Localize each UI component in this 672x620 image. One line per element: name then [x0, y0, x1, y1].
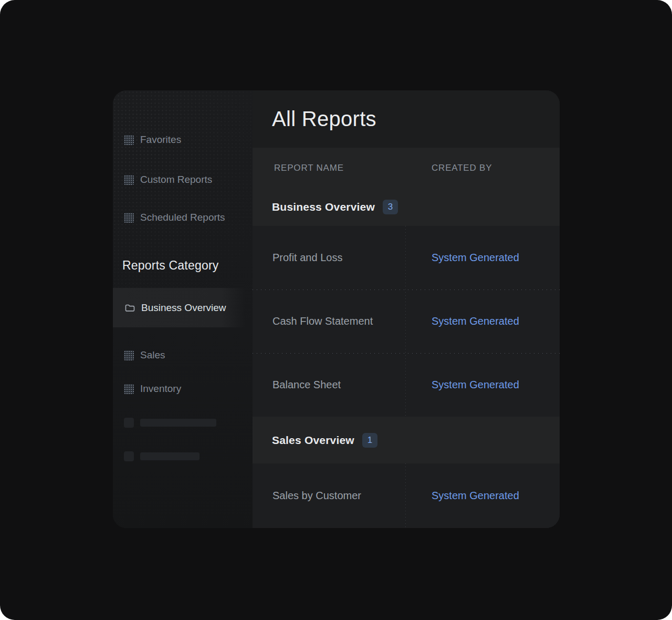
report-name-link[interactable]: Profit and Loss — [272, 252, 342, 263]
report-name-link[interactable]: Sales by Customer — [272, 490, 361, 501]
skeleton-icon — [124, 418, 134, 428]
column-header-created-by: CREATED BY — [432, 163, 492, 173]
group-row-business-overview[interactable]: Business Overview 3 — [253, 188, 560, 226]
scheduled-reports-icon — [124, 213, 134, 223]
custom-reports-icon — [124, 175, 134, 185]
table-row[interactable]: Sales by Customer System Generated — [253, 463, 560, 528]
page-title: All Reports — [272, 107, 376, 131]
created-by-value: System Generated — [432, 252, 519, 263]
sidebar-item-label: Scheduled Reports — [140, 212, 225, 223]
table-header-row: REPORT NAME CREATED BY — [253, 148, 560, 188]
folder-icon — [124, 303, 135, 313]
group-name: Sales Overview — [272, 434, 354, 447]
group-count-badge: 3 — [383, 200, 398, 214]
sidebar-item-label: Custom Reports — [140, 174, 212, 185]
report-name-link[interactable]: Balance Sheet — [272, 379, 341, 390]
table-row[interactable]: Balance Sheet System Generated — [253, 353, 560, 417]
sidebar-skeleton-row — [113, 451, 253, 461]
table-row[interactable]: Profit and Loss System Generated — [253, 226, 560, 290]
sidebar-item-sales[interactable]: Sales — [113, 349, 253, 361]
favorites-icon — [124, 135, 134, 145]
reports-category-heading: Reports Category — [122, 259, 218, 273]
sidebar-item-business-overview[interactable]: Business Overview — [113, 288, 245, 327]
report-rows-business-overview: Profit and Loss System Generated Cash Fl… — [253, 226, 560, 417]
sidebar-item-custom-reports[interactable]: Custom Reports — [113, 174, 253, 185]
inventory-icon — [124, 384, 134, 394]
sidebar-item-label: Favorites — [140, 134, 181, 146]
group-name: Business Overview — [272, 201, 375, 213]
created-by-value: System Generated — [432, 490, 519, 501]
main-header: All Reports — [253, 90, 560, 148]
app-screen: Favorites Custom Reports Scheduled Repor… — [0, 0, 672, 620]
column-header-report-name: REPORT NAME — [274, 163, 344, 173]
sidebar-item-scheduled-reports[interactable]: Scheduled Reports — [113, 212, 253, 223]
group-count-badge: 1 — [362, 433, 377, 448]
reports-panel: Favorites Custom Reports Scheduled Repor… — [113, 90, 560, 528]
sidebar-skeleton-row — [113, 418, 253, 428]
reports-sidebar: Favorites Custom Reports Scheduled Repor… — [113, 90, 253, 528]
skeleton-icon — [124, 451, 134, 461]
sales-icon — [124, 350, 134, 360]
group-row-sales-overview[interactable]: Sales Overview 1 — [253, 417, 560, 463]
sidebar-item-label: Sales — [140, 349, 165, 361]
skeleton-bar — [140, 452, 200, 460]
all-reports-main: All Reports REPORT NAME CREATED BY Busin… — [253, 90, 560, 528]
sidebar-item-inventory[interactable]: Inventory — [113, 383, 253, 395]
created-by-value: System Generated — [432, 315, 519, 327]
created-by-value: System Generated — [432, 379, 519, 390]
table-row[interactable]: Cash Flow Statement System Generated — [253, 290, 560, 353]
skeleton-bar — [140, 419, 216, 427]
sidebar-item-label: Inventory — [140, 383, 181, 395]
sidebar-item-label: Business Overview — [141, 302, 226, 314]
report-name-link[interactable]: Cash Flow Statement — [272, 315, 373, 327]
report-rows-sales-overview: Sales by Customer System Generated — [253, 463, 560, 528]
sidebar-item-favorites[interactable]: Favorites — [113, 134, 253, 146]
